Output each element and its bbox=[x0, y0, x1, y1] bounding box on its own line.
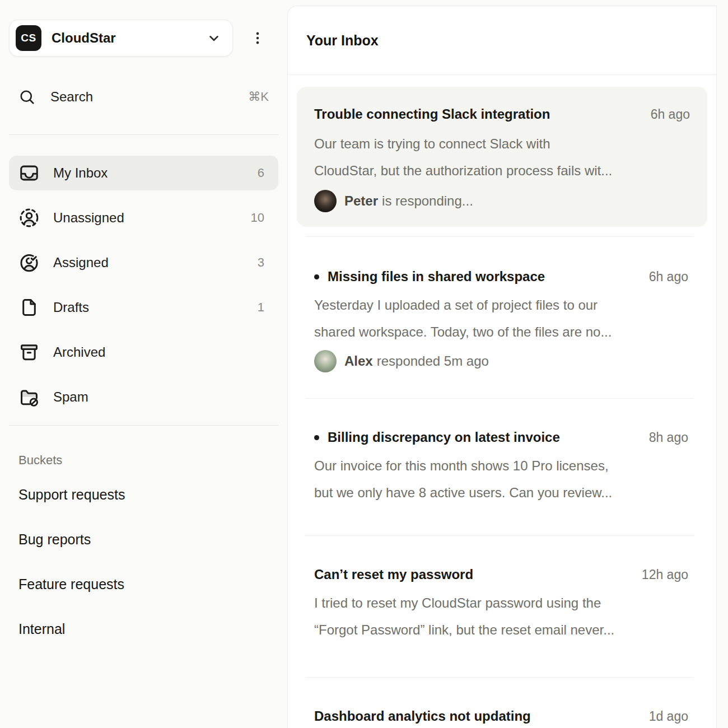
unread-dot bbox=[314, 274, 319, 279]
search-label: Search bbox=[50, 89, 93, 105]
conversation-title: Missing files in shared workspace bbox=[328, 268, 545, 285]
sidebar-item-label: Drafts bbox=[53, 300, 89, 315]
sidebar-item-label: Assigned bbox=[53, 255, 109, 270]
folder-ban-icon bbox=[18, 386, 40, 408]
sidebar-nav: My Inbox 6 Unassigned 10 bbox=[9, 156, 278, 414]
main-panel: Your Inbox Trouble connecting Slack inte… bbox=[287, 6, 717, 728]
workspace-name: CloudStar bbox=[52, 30, 116, 46]
app-root: CS CloudStar Search ⌘K bbox=[0, 0, 728, 728]
conversation-preview: I tried to reset my CloudStar password u… bbox=[314, 590, 688, 643]
sidebar-item-spam[interactable]: Spam bbox=[9, 380, 278, 414]
sidebar-divider bbox=[9, 425, 278, 426]
status-text: Alexresponded 5m ago bbox=[344, 353, 489, 369]
sidebar: CS CloudStar Search ⌘K bbox=[0, 0, 287, 728]
conversation-status: Peteris responding... bbox=[314, 190, 690, 212]
main-header: Your Inbox bbox=[288, 6, 716, 75]
conversation-item[interactable]: Dashboard analytics not updating 1d ago bbox=[305, 677, 694, 728]
workspace-logo: CS bbox=[16, 25, 41, 51]
kebab-menu-button[interactable] bbox=[245, 26, 270, 50]
user-dashed-icon bbox=[18, 207, 40, 228]
chevron-down-icon bbox=[207, 31, 221, 45]
conversation-title: Billing discrepancy on latest invoice bbox=[328, 429, 560, 446]
kebab-menu-icon bbox=[250, 31, 265, 45]
conversation-title: Dashboard analytics not updating bbox=[314, 708, 531, 725]
alex-avatar bbox=[314, 350, 337, 372]
conversation-item[interactable]: Can’t reset my password 12h ago I tried … bbox=[305, 535, 694, 677]
sidebar-item-my-inbox[interactable]: My Inbox 6 bbox=[9, 156, 278, 190]
search-shortcut: ⌘K bbox=[248, 90, 269, 104]
sidebar-item-drafts[interactable]: Drafts 1 bbox=[9, 290, 278, 325]
sidebar-item-label: Spam bbox=[53, 389, 88, 405]
user-check-icon bbox=[18, 252, 40, 273]
conversation-time: 6h ago bbox=[638, 269, 688, 284]
sidebar-item-unassigned[interactable]: Unassigned 10 bbox=[9, 200, 278, 235]
search-button[interactable]: Search ⌘K bbox=[9, 79, 278, 115]
page-title: Your Inbox bbox=[306, 32, 379, 49]
bucket-item-feature-requests[interactable]: Feature requests bbox=[9, 567, 278, 601]
file-icon bbox=[18, 297, 40, 318]
conversation-time: 8h ago bbox=[638, 430, 688, 445]
sidebar-item-count: 3 bbox=[258, 255, 264, 270]
conversation-item[interactable]: Trouble connecting Slack integration 6h … bbox=[297, 87, 707, 227]
inbox-icon bbox=[18, 162, 40, 184]
conversation-time: 12h ago bbox=[631, 567, 688, 582]
buckets-header: Buckets bbox=[18, 454, 278, 467]
conversation-preview: Our team is trying to connect Slack with… bbox=[314, 130, 690, 184]
sidebar-item-label: Unassigned bbox=[53, 210, 124, 226]
sidebar-divider bbox=[9, 134, 278, 135]
conversation-time: 6h ago bbox=[640, 107, 690, 122]
bucket-item-support-requests[interactable]: Support requests bbox=[9, 477, 278, 512]
conversation-preview: Yesterday I uploaded a set of project fi… bbox=[314, 292, 688, 346]
archive-icon bbox=[18, 342, 40, 363]
workspace-switcher[interactable]: CS CloudStar bbox=[9, 20, 233, 57]
unread-dot bbox=[314, 435, 319, 440]
sidebar-item-label: My Inbox bbox=[53, 165, 108, 181]
conversation-title: Can’t reset my password bbox=[314, 566, 473, 583]
status-text: Peteris responding... bbox=[344, 193, 473, 209]
conversation-item[interactable]: Billing discrepancy on latest invoice 8h… bbox=[305, 398, 694, 535]
conversation-preview: Our invoice for this month shows 10 Pro … bbox=[314, 452, 688, 506]
sidebar-item-assigned[interactable]: Assigned 3 bbox=[9, 245, 278, 280]
sidebar-item-count: 1 bbox=[258, 300, 264, 315]
bucket-item-bug-reports[interactable]: Bug reports bbox=[9, 522, 278, 557]
search-icon bbox=[18, 88, 35, 105]
conversation-status: Alexresponded 5m ago bbox=[314, 350, 688, 372]
peter-avatar bbox=[314, 190, 337, 212]
sidebar-item-archived[interactable]: Archived bbox=[9, 335, 278, 370]
conversation-title: Trouble connecting Slack integration bbox=[314, 106, 550, 123]
sidebar-item-label: Archived bbox=[53, 344, 105, 360]
conversation-time: 1d ago bbox=[638, 709, 688, 724]
sidebar-item-count: 6 bbox=[258, 166, 264, 180]
workspace-row: CS CloudStar bbox=[9, 20, 278, 57]
conversation-item[interactable]: Missing files in shared workspace 6h ago… bbox=[305, 236, 694, 398]
sidebar-item-count: 10 bbox=[251, 211, 264, 225]
bucket-item-internal[interactable]: Internal bbox=[9, 612, 278, 646]
